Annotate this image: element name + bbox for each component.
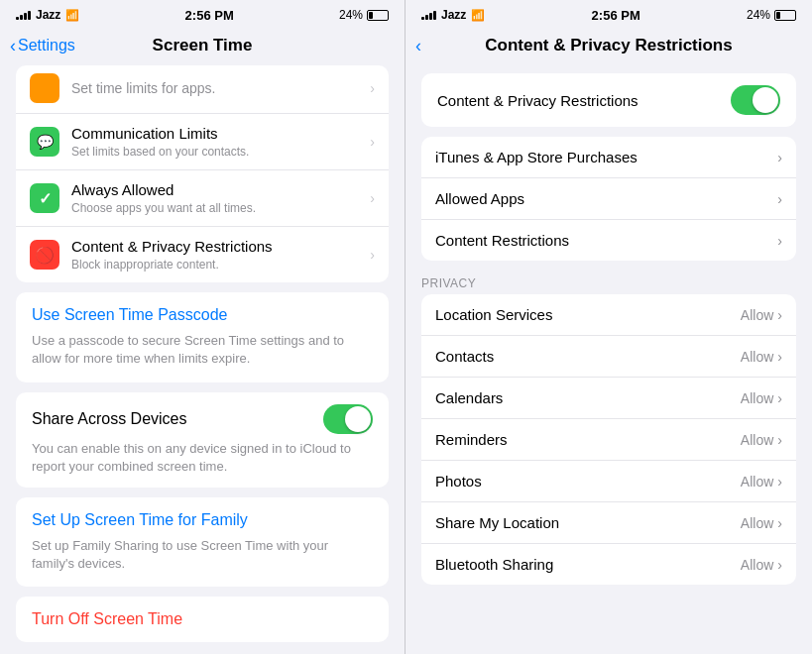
communication-title: Communication Limits	[71, 124, 364, 144]
photos-right: Allow ›	[741, 474, 782, 490]
wifi-icon-left: 📶	[65, 9, 79, 22]
bluetooth-right: Allow ›	[741, 557, 782, 573]
always-allowed-text: Always Allowed Choose apps you want at a…	[71, 180, 364, 216]
allowed-apps-label: Allowed Apps	[435, 190, 524, 207]
menu-card-right: iTunes & App Store Purchases › Allowed A…	[421, 137, 796, 261]
passcode-desc: Use a passcode to secure Screen Time set…	[32, 332, 373, 368]
share-location-value: Allow	[741, 515, 773, 531]
back-arrow-right: ‹	[415, 37, 421, 54]
contacts-right: Allow ›	[741, 349, 782, 365]
content-restrictions-label: Content Restrictions	[435, 232, 569, 249]
battery-area-right: 24%	[747, 8, 796, 22]
calendars-right: Allow ›	[741, 390, 782, 406]
list-item[interactable]: iTunes & App Store Purchases ›	[421, 137, 796, 178]
time-right: 2:56 PM	[592, 8, 640, 23]
list-item[interactable]: Bluetooth Sharing Allow ›	[421, 544, 796, 585]
content-privacy-icon: 🚫	[30, 240, 59, 270]
content-privacy-text: Content & Privacy Restrictions Block ina…	[71, 237, 364, 272]
photos-value: Allow	[741, 474, 773, 490]
list-item[interactable]: Content Restrictions ›	[421, 220, 796, 261]
list-item[interactable]: Location Services Allow ›	[421, 294, 796, 336]
menu-card-left: Set time limits for apps. › 💬 Communicat…	[16, 65, 389, 282]
content-privacy-title: Content & Privacy Restrictions	[71, 237, 364, 257]
page-title-left: Screen Time	[153, 36, 253, 55]
always-allowed-subtitle: Choose apps you want at all times.	[71, 201, 364, 217]
always-allowed-title: Always Allowed	[71, 180, 364, 200]
status-bar-right: Jazz 📶 2:56 PM 24%	[406, 0, 812, 28]
family-desc: Set up Family Sharing to use Screen Time…	[32, 537, 373, 573]
family-title[interactable]: Set Up Screen Time for Family	[32, 511, 373, 529]
photos-label: Photos	[435, 473, 482, 490]
signal-icon-right	[421, 10, 436, 20]
itunes-right: ›	[777, 150, 782, 165]
share-devices-section: Share Across Devices You can enable this…	[16, 392, 389, 488]
list-item[interactable]: Contacts Allow ›	[421, 336, 796, 378]
reminders-value: Allow	[741, 432, 773, 448]
toggle-knob	[345, 406, 371, 432]
list-item[interactable]: ✓ Always Allowed Choose apps you want at…	[16, 170, 389, 227]
allowed-apps-chevron: ›	[777, 191, 782, 207]
content-privacy-toggle-label: Content & Privacy Restrictions	[437, 92, 638, 109]
battery-area-left: 24%	[339, 8, 389, 22]
status-bar-left: Jazz 📶 2:56 PM 24%	[0, 0, 405, 28]
photos-chevron: ›	[777, 474, 782, 490]
contacts-value: Allow	[741, 349, 773, 365]
turnoff-section[interactable]: Turn Off Screen Time	[16, 597, 389, 642]
content-restrictions-right: ›	[777, 233, 782, 249]
privacy-section-header: PRIVACY	[406, 271, 812, 294]
bluetooth-chevron: ›	[777, 557, 782, 573]
carrier-signal-right: Jazz 📶	[421, 8, 485, 22]
list-item[interactable]: Share My Location Allow ›	[421, 502, 796, 544]
carrier-right: Jazz	[441, 8, 466, 22]
battery-pct-right: 24%	[747, 8, 770, 22]
back-arrow-left: ‹	[10, 37, 16, 54]
wifi-icon-right: 📶	[471, 9, 485, 22]
list-item[interactable]: Calendars Allow ›	[421, 378, 796, 419]
bluetooth-value: Allow	[741, 557, 773, 573]
partial-row[interactable]: Set time limits for apps. ›	[16, 65, 389, 114]
list-item[interactable]: 💬 Communication Limits Set limits based …	[16, 114, 389, 170]
share-toggle[interactable]	[323, 404, 373, 434]
turnoff-label[interactable]: Turn Off Screen Time	[32, 610, 373, 628]
content-privacy-toggle[interactable]	[731, 85, 780, 115]
reminders-right: Allow ›	[741, 432, 782, 448]
list-item[interactable]: Allowed Apps ›	[421, 178, 796, 220]
itunes-label: iTunes & App Store Purchases	[435, 149, 638, 165]
allowed-apps-right: ›	[777, 191, 782, 207]
location-chevron: ›	[777, 307, 782, 323]
share-label: Share Across Devices	[32, 410, 187, 428]
calendars-label: Calendars	[435, 389, 503, 406]
passcode-title[interactable]: Use Screen Time Passcode	[32, 306, 373, 324]
right-scroll: Content & Privacy Restrictions iTunes & …	[406, 65, 812, 654]
content-privacy-knob	[753, 87, 778, 113]
share-location-label: Share My Location	[435, 514, 559, 531]
list-item[interactable]: Photos Allow ›	[421, 461, 796, 502]
share-location-right: Allow ›	[741, 515, 782, 531]
calendars-chevron: ›	[777, 390, 782, 406]
signal-icon	[16, 10, 31, 20]
left-panel: Jazz 📶 2:56 PM 24% ‹ Settings Screen Tim…	[0, 0, 406, 654]
always-allowed-icon: ✓	[30, 183, 59, 213]
content-privacy-chevron: ›	[370, 247, 375, 263]
reminders-chevron: ›	[777, 432, 782, 448]
location-services-right: Allow ›	[741, 307, 782, 323]
communication-chevron: ›	[370, 134, 375, 150]
passcode-section[interactable]: Use Screen Time Passcode Use a passcode …	[16, 292, 389, 382]
back-button-right[interactable]: ‹	[415, 37, 421, 54]
privacy-card: Location Services Allow › Contacts Allow…	[421, 294, 796, 585]
carrier-left: Jazz	[36, 8, 60, 22]
list-item[interactable]: 🚫 Content & Privacy Restrictions Block i…	[16, 227, 389, 282]
reminders-label: Reminders	[435, 431, 508, 448]
content-privacy-toggle-card: Content & Privacy Restrictions	[421, 73, 796, 127]
location-services-label: Location Services	[435, 306, 552, 323]
communication-subtitle: Set limits based on your contacts.	[71, 145, 364, 161]
back-button-left[interactable]: ‹ Settings	[10, 37, 75, 54]
share-desc: You can enable this on any device signed…	[32, 440, 373, 476]
calendars-value: Allow	[741, 390, 773, 406]
family-section[interactable]: Set Up Screen Time for Family Set up Fam…	[16, 497, 389, 587]
back-label-left: Settings	[18, 37, 75, 54]
battery-pct-left: 24%	[339, 8, 363, 22]
communication-icon: 💬	[30, 127, 59, 157]
list-item[interactable]: Reminders Allow ›	[421, 419, 796, 461]
location-services-value: Allow	[741, 307, 773, 323]
